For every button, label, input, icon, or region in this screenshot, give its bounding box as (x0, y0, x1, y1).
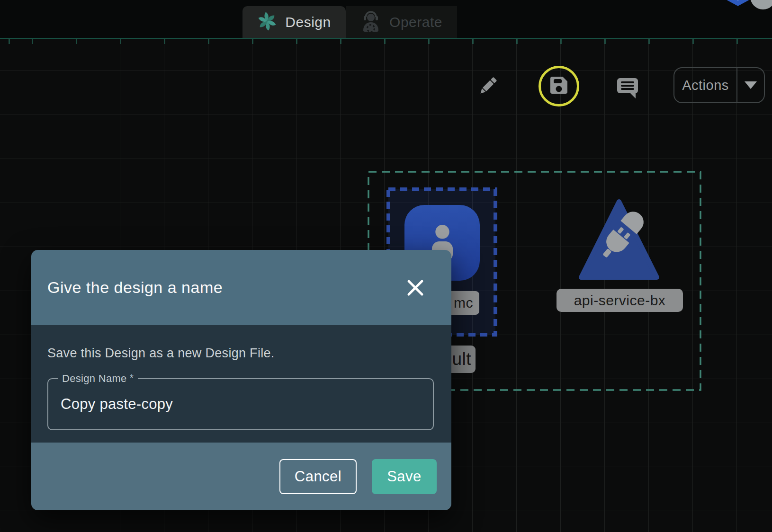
floppy-save-icon (548, 75, 569, 98)
save-design-button[interactable] (539, 66, 579, 106)
design-name-input[interactable] (48, 379, 433, 429)
actions-split-button[interactable]: Actions (673, 67, 765, 103)
tab-design[interactable]: Design (242, 6, 346, 38)
modal-body: Save this Design as a new Design File. D… (31, 325, 451, 443)
api-node-label: api-service-bx (557, 289, 683, 312)
kubernetes-context-icon[interactable] (725, 0, 751, 10)
close-icon (406, 279, 424, 297)
operator-headset-icon (360, 10, 381, 34)
cancel-button[interactable]: Cancel (279, 459, 357, 494)
top-navbar: Design Operate (0, 0, 772, 39)
actions-dropdown-toggle[interactable] (737, 68, 764, 102)
modal-header: Give the design a name (31, 250, 451, 325)
tab-design-label: Design (285, 14, 331, 30)
required-asterisk: * (130, 372, 134, 383)
comment-button[interactable] (616, 76, 639, 101)
modal-title: Give the design a name (47, 278, 223, 297)
edit-pencil-button[interactable] (476, 75, 499, 99)
chevron-down-icon (745, 81, 757, 89)
save-button[interactable]: Save (372, 459, 437, 494)
save-design-modal: Give the design a name Save this Design … (31, 250, 451, 510)
design-name-field[interactable]: Design Name * (47, 378, 434, 430)
api-service-node[interactable] (575, 198, 661, 283)
meshery-logo-icon (257, 11, 277, 33)
actions-button-label[interactable]: Actions (674, 68, 736, 102)
close-button[interactable] (406, 278, 425, 297)
modal-prompt-text: Save this Design as a new Design File. (47, 325, 434, 361)
tab-operate[interactable]: Operate (346, 6, 457, 38)
design-name-label: Design Name * (58, 372, 138, 385)
tab-operate-label: Operate (389, 14, 442, 30)
user-avatar[interactable] (750, 0, 772, 9)
modal-footer: Cancel Save (31, 443, 451, 510)
